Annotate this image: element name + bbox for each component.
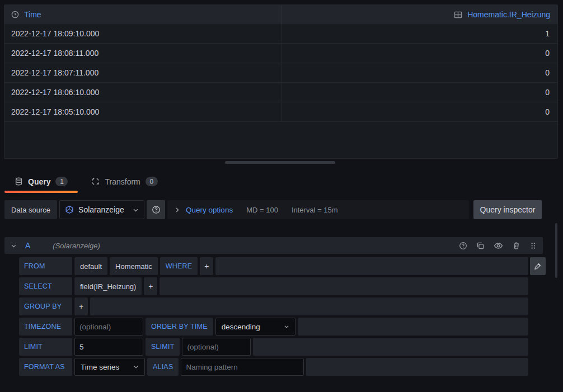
order-by-time-keyword: ORDER BY TIME <box>146 318 213 336</box>
datasource-value: Solaranzeige <box>78 205 128 214</box>
select-row: SELECT field(IR_Heizung) + <box>19 277 528 295</box>
limit-row: LIMIT SLIMIT <box>19 338 528 356</box>
measurement-segment[interactable]: Homematic <box>110 257 158 275</box>
value-cell: 1 <box>281 24 557 43</box>
tab-transform-badge: 0 <box>146 177 158 186</box>
row-filler <box>215 257 528 275</box>
where-keyword: WHERE <box>160 257 198 275</box>
max-data-points-stat: MD = 100 <box>246 206 278 214</box>
tab-query-badge: 1 <box>55 177 68 186</box>
row-filler <box>159 277 528 295</box>
format-as-row: FORMAT AS Time series ALIAS <box>19 358 528 376</box>
value-cell: 0 <box>281 63 557 82</box>
datasource-help-button[interactable] <box>147 200 165 219</box>
chevron-down-icon <box>133 207 139 213</box>
table-row: 2022-12-17 18:05:10.000 0 <box>4 102 557 122</box>
delete-query-icon[interactable] <box>512 242 520 250</box>
row-filler <box>253 338 528 356</box>
clock-icon <box>11 11 19 18</box>
influx-query-builder: FROM default Homematic WHERE + SELECT fi… <box>19 257 528 376</box>
edit-query-mode-button[interactable] <box>530 257 546 275</box>
query-datasource-hint: (Solaranzeige) <box>53 242 100 250</box>
group-by-keyword: GROUP BY <box>19 297 72 315</box>
column-header-time[interactable]: Time <box>4 5 281 24</box>
chevron-down-icon <box>284 324 289 329</box>
slimit-keyword: SLIMIT <box>146 338 180 356</box>
value-cell: 0 <box>281 44 557 63</box>
table-icon <box>454 11 462 19</box>
time-cell: 2022-12-17 18:07:11.000 <box>4 63 281 82</box>
table-panel: Time Homematic.IR_Heizung 2022-12-17 18:… <box>4 4 558 159</box>
table-row: 2022-12-17 18:08:11.000 0 <box>4 44 557 63</box>
add-where-condition-button[interactable]: + <box>200 257 213 275</box>
query-help-icon[interactable] <box>459 242 467 250</box>
select-keyword: SELECT <box>19 277 72 295</box>
format-as-value: Time series <box>81 363 119 371</box>
tab-transform[interactable]: Transform 0 <box>81 170 167 193</box>
time-cell: 2022-12-17 18:08:11.000 <box>4 44 281 63</box>
row-filler <box>90 297 528 315</box>
chevron-right-icon <box>174 207 180 213</box>
duplicate-query-icon[interactable] <box>476 242 485 250</box>
table-row: 2022-12-17 18:06:10.000 0 <box>4 83 557 102</box>
chevron-down-icon <box>133 364 139 370</box>
interval-stat: Interval = 15m <box>292 206 338 214</box>
tab-transform-label: Transform <box>105 177 140 186</box>
query-ref-id: A <box>25 241 30 250</box>
datasource-label: Data source <box>4 200 57 219</box>
datasource-picker[interactable]: Solaranzeige <box>59 200 144 219</box>
timezone-row: TIMEZONE ORDER BY TIME descending <box>19 318 528 336</box>
order-by-time-value: descending <box>222 323 260 331</box>
question-circle-icon <box>152 205 161 214</box>
table-row: 2022-12-17 18:07:11.000 0 <box>4 63 557 83</box>
time-cell: 2022-12-17 18:09:10.000 <box>4 24 281 43</box>
panel-resize-handle[interactable] <box>225 161 335 164</box>
table-row: 2022-12-17 18:09:10.000 1 <box>4 24 557 44</box>
database-icon <box>15 177 23 186</box>
format-as-select[interactable]: Time series <box>74 358 145 376</box>
field-segment[interactable]: field(IR_Heizung) <box>74 277 142 295</box>
add-group-by-button[interactable]: + <box>74 297 88 315</box>
time-cell: 2022-12-17 18:06:10.000 <box>4 83 281 102</box>
row-filler <box>306 358 528 376</box>
column-header-value[interactable]: Homematic.IR_Heizung <box>281 5 557 24</box>
row-filler <box>298 318 528 336</box>
toggle-visibility-icon[interactable] <box>494 241 503 251</box>
timezone-keyword: TIMEZONE <box>19 318 72 336</box>
query-row-header[interactable]: A (Solaranzeige) <box>4 237 543 254</box>
transform-icon <box>91 177 100 186</box>
tab-query-label: Query <box>28 177 50 186</box>
table-header-row: Time Homematic.IR_Heizung <box>4 5 557 24</box>
query-options-toggle[interactable]: Query options <box>186 206 233 214</box>
limit-keyword: LIMIT <box>19 338 72 356</box>
query-row-actions <box>459 241 537 251</box>
format-as-keyword: FORMAT AS <box>19 358 72 376</box>
from-keyword: FROM <box>19 257 72 275</box>
alias-keyword: ALIAS <box>147 358 179 376</box>
scrollbar-thumb[interactable] <box>555 223 557 278</box>
query-inspector-button[interactable]: Query inspector <box>473 200 542 219</box>
group-by-row: GROUP BY + <box>19 297 528 315</box>
retention-policy-segment[interactable]: default <box>74 257 107 275</box>
from-row: FROM default Homematic WHERE + <box>19 257 528 275</box>
column-header-time-label: Time <box>24 10 41 19</box>
order-by-time-select[interactable]: descending <box>215 318 295 336</box>
pencil-icon <box>534 262 542 270</box>
slimit-input[interactable] <box>182 338 251 356</box>
alias-input[interactable] <box>181 358 304 376</box>
query-toolbar: Data source Solaranzeige Query options M… <box>4 200 542 219</box>
query-editor: A (Solaranzeige) <box>4 237 543 378</box>
tab-query[interactable]: Query 1 <box>4 170 78 193</box>
drag-handle-icon[interactable] <box>529 242 537 250</box>
editor-tabbar: Query 1 Transform 0 <box>4 170 168 193</box>
time-cell: 2022-12-17 18:05:10.000 <box>4 102 281 121</box>
influxdb-icon <box>65 205 74 214</box>
value-cell: 0 <box>281 102 557 121</box>
value-cell: 0 <box>281 83 557 102</box>
limit-input[interactable] <box>74 338 143 356</box>
query-options-bar: Query options MD = 100 Interval = 15m <box>167 200 469 219</box>
column-header-value-label: Homematic.IR_Heizung <box>467 10 550 19</box>
add-select-part-button[interactable]: + <box>144 277 157 295</box>
timezone-input[interactable] <box>74 318 143 336</box>
collapse-chevron-icon[interactable] <box>11 243 17 249</box>
